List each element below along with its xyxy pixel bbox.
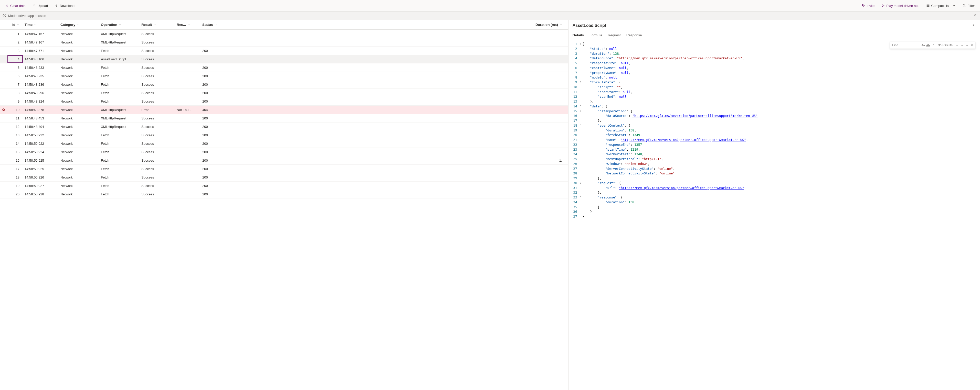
line-number: 37 <box>568 214 579 219</box>
clear-data-button[interactable]: Clear data <box>3 2 28 9</box>
cell-result: Success <box>140 182 175 190</box>
code-viewer[interactable]: 1⊟{2 "status": null,3 "duration": 138,4 … <box>568 40 980 390</box>
col-category[interactable]: Category <box>59 20 99 29</box>
cell-status: 200 <box>201 156 234 165</box>
table-row[interactable]: 1514:58:50.924NetworkFetchSuccess200 <box>0 148 568 156</box>
cell-duration: 1, <box>234 156 568 165</box>
table-row[interactable]: 1414:58:50.922NetworkFetchSuccess200 <box>0 140 568 148</box>
cell-status: 200 <box>201 165 234 173</box>
cell-result: Success <box>140 173 175 181</box>
cell-category: Network <box>59 38 99 46</box>
col-status[interactable]: Status <box>201 20 234 29</box>
table-row[interactable]: 814:58:48.296NetworkFetchSuccess200 <box>0 89 568 97</box>
table-row[interactable]: 1114:58:48.453NetworkXMLHttpRequestSucce… <box>0 114 568 122</box>
col-id[interactable]: Id <box>7 20 23 29</box>
tab-details[interactable]: Details <box>573 31 584 40</box>
upload-label: Upload <box>37 4 48 8</box>
find-input[interactable] <box>892 43 920 48</box>
fold-icon[interactable]: ⊟ <box>579 80 582 85</box>
invite-button[interactable]: Invite <box>859 2 877 9</box>
cell-time: 14:58:48.324 <box>23 97 59 105</box>
session-close-button[interactable] <box>972 13 977 19</box>
cell-status: 200 <box>201 173 234 181</box>
table-row[interactable]: 214:58:47.167NetworkXMLHttpRequestSucces… <box>0 38 568 46</box>
col-duration[interactable]: Duration (ms) <box>234 20 568 29</box>
line-number: 4 <box>568 56 579 61</box>
compact-list-button[interactable]: Compact list <box>924 2 958 9</box>
tab-response[interactable]: Response <box>626 31 642 40</box>
col-time[interactable]: Time <box>23 20 59 29</box>
cell-resinfo <box>175 148 201 156</box>
find-next-icon[interactable]: → <box>961 44 964 47</box>
cell-time: 14:58:50.927 <box>23 182 59 190</box>
expand-button[interactable] <box>970 22 976 29</box>
table-row[interactable]: 114:58:47.167NetworkXMLHttpRequestSucces… <box>0 30 568 38</box>
table-row[interactable]: 1014:58:48.378NetworkXMLHttpRequestError… <box>0 106 568 114</box>
match-word-icon[interactable]: Ab <box>926 44 929 47</box>
fold-icon[interactable]: ⊟ <box>579 195 582 200</box>
fold-icon[interactable]: ⊟ <box>579 181 582 185</box>
table-row[interactable]: 2014:58:50.928NetworkFetchSuccess200 <box>0 190 568 198</box>
fold-icon <box>579 200 582 205</box>
find-selection-icon[interactable]: ≡ <box>966 44 969 47</box>
filter-button[interactable]: Filter <box>960 2 977 9</box>
cell-id: 3 <box>7 46 23 55</box>
regex-icon[interactable]: .* <box>931 44 934 47</box>
cell-resinfo <box>175 140 201 147</box>
cell-operation: AssetLoad.Script <box>99 55 140 63</box>
table-row[interactable]: 1314:58:50.922NetworkFetchSuccess200 <box>0 131 568 140</box>
cell-result: Success <box>140 38 175 46</box>
fold-icon[interactable]: ⊟ <box>579 123 582 128</box>
fold-icon <box>579 166 582 171</box>
find-no-results: No Results <box>936 43 954 47</box>
cell-category: Network <box>59 122 99 131</box>
cell-resinfo <box>175 165 201 173</box>
line-number: 26 <box>568 162 579 166</box>
table-row[interactable]: 614:58:48.235NetworkFetchSuccess200 <box>0 72 568 80</box>
cell-result: Success <box>140 46 175 55</box>
cell-operation: Fetch <box>99 173 140 181</box>
col-operation[interactable]: Operation <box>99 20 140 29</box>
table-row[interactable]: 714:58:48.236NetworkFetchSuccess200 <box>0 80 568 89</box>
table-row[interactable]: 314:58:47.771NetworkFetchSuccess200 <box>0 46 568 55</box>
table-row[interactable]: 914:58:48.324NetworkFetchSuccess200 <box>0 97 568 106</box>
table-row[interactable]: 1714:58:50.925NetworkFetchSuccess200 <box>0 165 568 173</box>
cell-duration <box>234 97 568 105</box>
col-resinfo[interactable]: Res... <box>175 20 201 29</box>
find-close-icon[interactable]: ✕ <box>970 44 974 47</box>
table-row[interactable]: 514:58:48.233NetworkFetchSuccess200 <box>0 63 568 72</box>
table-row[interactable]: 414:58:48.106NetworkAssetLoad.ScriptSucc… <box>0 55 568 63</box>
session-bar: Model-driven app session <box>0 11 980 20</box>
cell-operation: Fetch <box>99 80 140 89</box>
fold-icon[interactable]: ⊟ <box>579 104 582 109</box>
table-body[interactable]: 114:58:47.167NetworkXMLHttpRequestSucces… <box>0 30 568 390</box>
find-prev-icon[interactable]: ← <box>956 44 959 47</box>
fold-icon[interactable]: ⊟ <box>579 42 582 46</box>
col-result[interactable]: Result <box>140 20 175 29</box>
play-app-button[interactable]: Play model-driven app <box>878 2 922 9</box>
line-number: 10 <box>568 85 579 90</box>
cell-category: Network <box>59 55 99 63</box>
cell-time: 14:58:50.926 <box>23 173 59 181</box>
cell-result: Success <box>140 190 175 198</box>
tab-request[interactable]: Request <box>608 31 620 40</box>
fold-icon <box>579 152 582 157</box>
cell-time: 14:58:50.924 <box>23 148 59 156</box>
table-row[interactable]: 1914:58:50.927NetworkFetchSuccess200 <box>0 182 568 190</box>
table-row[interactable]: 1814:58:50.926NetworkFetchSuccess200 <box>0 173 568 182</box>
line-number: 28 <box>568 171 579 176</box>
cell-operation: XMLHttpRequest <box>99 106 140 114</box>
table-row[interactable]: 1614:58:50.925NetworkFetchSuccess2001, <box>0 156 568 165</box>
table-row[interactable]: 1214:58:48.494NetworkXMLHttpRequestSucce… <box>0 122 568 131</box>
match-case-icon[interactable]: Aa <box>921 44 925 47</box>
tab-formula[interactable]: Formula <box>590 31 602 40</box>
fold-icon[interactable]: ⊟ <box>579 109 582 114</box>
download-button[interactable]: Download <box>52 2 77 9</box>
chevron-down-icon <box>188 24 190 26</box>
cell-result: Error <box>140 106 175 114</box>
upload-button[interactable]: Upload <box>30 2 51 9</box>
fold-icon <box>579 143 582 147</box>
cell-status <box>201 30 234 38</box>
cell-duration <box>234 173 568 181</box>
cell-time: 14:58:48.233 <box>23 63 59 71</box>
